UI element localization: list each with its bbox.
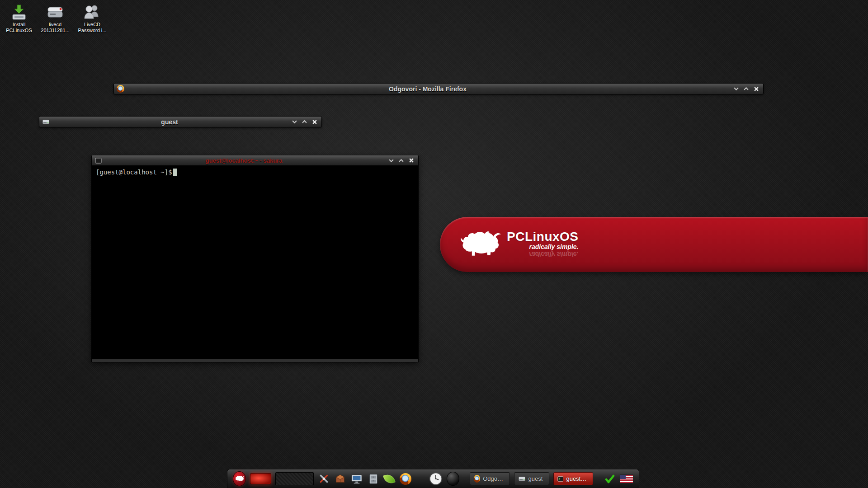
- terminal-prompt: [guest@localhost ~]$: [96, 169, 172, 176]
- firefox-window-shaded[interactable]: Odgovori - Mozilla Firefox: [113, 83, 764, 94]
- task-label: guest@l...: [566, 475, 589, 482]
- package-icon: [334, 473, 346, 485]
- desktop-icon-label: livecd: [36, 22, 74, 28]
- banner-brand-text: PCLinuxOS: [507, 230, 579, 244]
- terminal-window: guest@localhost:~ - sakura [guest@localh…: [91, 155, 419, 362]
- chevron-up-icon: [744, 87, 749, 91]
- window-title: guest: [50, 118, 289, 126]
- analog-clock-icon: [429, 471, 443, 486]
- launcher-file-manager[interactable]: [367, 472, 379, 486]
- keyboard-layout-applet[interactable]: [620, 472, 633, 486]
- taskbar: Odgovor... guest guest@l...: [227, 469, 639, 488]
- install-icon: [9, 4, 29, 22]
- close-button[interactable]: [312, 119, 317, 125]
- task-label: Odgovor...: [483, 475, 505, 482]
- chevron-down-icon: [389, 159, 394, 163]
- leaf-icon: [383, 473, 396, 485]
- red-led-indicator[interactable]: [250, 473, 271, 484]
- task-label: guest: [528, 475, 543, 482]
- terminal-window-title: guest@localhost:~ - sakura: [102, 157, 386, 164]
- desktop-icon-label: PCLinuxOS: [0, 28, 38, 33]
- terminal-icon: [95, 158, 102, 164]
- sphere-applet[interactable]: [447, 472, 459, 486]
- desktop-icon-label: Password i...: [73, 28, 111, 33]
- chevron-down-icon: [734, 87, 739, 91]
- window-title: Odgovori - Mozilla Firefox: [124, 85, 731, 93]
- pclinuxos-menu-button[interactable]: [233, 471, 246, 486]
- firefox-icon: [400, 473, 411, 485]
- close-icon: [754, 86, 759, 92]
- drive-icon: [45, 4, 65, 22]
- close-icon: [312, 119, 317, 125]
- terminal-titlebar[interactable]: guest@localhost:~ - sakura: [92, 155, 418, 165]
- firefox-icon: [117, 85, 124, 93]
- firefox-icon: [474, 475, 480, 483]
- pclinuxos-banner: PCLinuxOS radically simple. radically si…: [440, 217, 868, 272]
- shade-button[interactable]: [292, 120, 297, 124]
- terminal-body[interactable]: [guest@localhost ~]$: [92, 165, 418, 358]
- bull-logo-icon: [459, 230, 502, 259]
- launcher-display[interactable]: [350, 472, 363, 486]
- task-button-firefox[interactable]: Odgovor...: [470, 472, 510, 485]
- maximize-button[interactable]: [744, 87, 749, 91]
- clock-applet[interactable]: [429, 472, 443, 486]
- desktop-icon-label: Install: [0, 22, 38, 28]
- task-button-guest[interactable]: guest: [514, 472, 549, 485]
- launcher-tools[interactable]: [318, 472, 330, 486]
- check-icon: [604, 474, 615, 484]
- close-button[interactable]: [409, 158, 414, 163]
- terminal-resize-strip[interactable]: [92, 358, 418, 362]
- drive-icon: [42, 119, 50, 125]
- chevron-up-icon: [399, 159, 404, 163]
- launcher-text-editor[interactable]: [383, 472, 395, 486]
- drive-icon: [518, 476, 526, 482]
- shade-button[interactable]: [389, 159, 394, 163]
- desktop-icon-label: 201311281...: [36, 28, 74, 33]
- desktop-icon-livecd-password[interactable]: LiveCD Password i...: [73, 4, 111, 33]
- guest-window-shaded[interactable]: guest: [39, 116, 322, 127]
- bull-logo-icon: [235, 475, 245, 482]
- desktop-pager[interactable]: [275, 472, 314, 485]
- desktop-icon-install-pclinuxos[interactable]: Install PCLinuxOS: [0, 4, 38, 33]
- maximize-button[interactable]: [399, 159, 404, 163]
- chevron-down-icon: [292, 120, 297, 124]
- launcher-package-manager[interactable]: [334, 472, 346, 486]
- shade-button[interactable]: [734, 87, 739, 91]
- desktop-icon-livecd[interactable]: livecd 201311281...: [36, 4, 74, 33]
- terminal-icon: [557, 476, 564, 482]
- banner-tagline-reflection: radically simple.: [529, 251, 579, 258]
- chevron-up-icon: [302, 120, 307, 124]
- launcher-firefox[interactable]: [399, 472, 411, 486]
- updates-status-applet[interactable]: [604, 472, 616, 486]
- task-button-terminal[interactable]: guest@l...: [553, 472, 594, 485]
- terminal-cursor: [173, 169, 177, 176]
- monitor-icon: [350, 473, 363, 485]
- close-button[interactable]: [754, 86, 759, 92]
- file-cabinet-icon: [368, 473, 379, 485]
- desktop-icon-label: LiveCD: [73, 22, 111, 28]
- desktop: Install PCLinuxOS livecd 201311281... Li…: [0, 0, 868, 488]
- banner-tagline: radically simple.: [529, 243, 579, 250]
- us-flag-icon: [620, 474, 633, 483]
- close-icon: [409, 158, 414, 163]
- maximize-button[interactable]: [302, 120, 307, 124]
- tools-icon: [318, 473, 330, 485]
- users-icon: [82, 4, 102, 22]
